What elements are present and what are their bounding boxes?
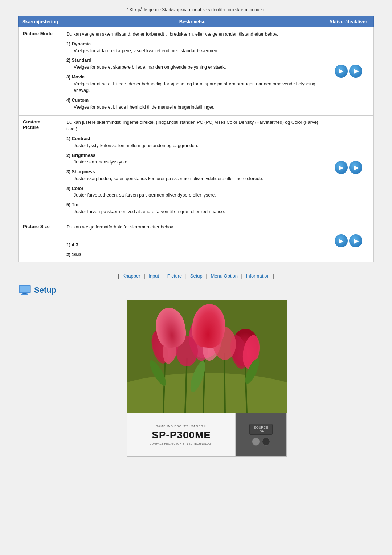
- play-arrow-left: ▶: [339, 164, 343, 171]
- play-button-right[interactable]: ▶: [349, 234, 362, 247]
- svg-rect-1: [20, 286, 30, 292]
- col-header-description: Beskrivelse: [62, 16, 323, 27]
- projector-brand-bottom: COMPACT PROJECTOR BY LED TECHNOLOGY: [150, 442, 213, 445]
- nav-separator: |: [206, 273, 207, 279]
- setup-title: Setup: [34, 285, 56, 295]
- projector-body: SAMSUNG POCKET IMAGER II SP-P300ME COMPA…: [127, 413, 287, 457]
- row-label-picture-size: Picture Size: [19, 220, 62, 262]
- col-header-activate: Aktiver/deaktiver: [323, 16, 374, 27]
- main-table: Skærmjustering Beskrivelse Aktiver/deakt…: [18, 16, 374, 262]
- nav-links: | Knapper | Input | Picture | Setup | Me…: [18, 273, 374, 279]
- play-button-left[interactable]: ▶: [335, 234, 348, 247]
- page-wrapper: * Klik på følgende Start/stopknap for at…: [18, 7, 374, 457]
- button-group: ▶ ▶: [327, 234, 369, 247]
- button-group: ▶ ▶: [327, 65, 369, 78]
- nav-link-knapper[interactable]: Knapper: [122, 273, 140, 279]
- table-row: Picture Size Du kan vælge formatforhold …: [19, 220, 374, 262]
- play-arrow-left: ▶: [339, 68, 343, 74]
- ctrl-btn-1[interactable]: [252, 438, 260, 446]
- nav-link-input[interactable]: Input: [148, 273, 159, 279]
- play-button-right[interactable]: ▶: [349, 65, 362, 78]
- nav-separator: |: [163, 273, 164, 279]
- play-arrow-left: ▶: [339, 238, 343, 244]
- row-desc-picture-mode: Du kan vælge en skærmtilstand, der er fo…: [62, 27, 323, 116]
- play-button-right[interactable]: ▶: [349, 161, 362, 174]
- nav-separator: |: [273, 273, 274, 279]
- nav-separator: |: [185, 273, 187, 279]
- svg-point-21: [176, 336, 198, 366]
- nav-link-picture[interactable]: Picture: [167, 273, 182, 279]
- tulip-image: [127, 300, 287, 413]
- table-row: Custom Picture Du kan justere skærmindst…: [19, 115, 374, 220]
- control-buttons: [252, 438, 270, 446]
- nav-link-setup[interactable]: Setup: [190, 273, 203, 279]
- play-button-left[interactable]: ▶: [335, 65, 348, 78]
- setup-icon: [18, 284, 31, 296]
- table-row: Picture Mode Du kan vælge en skærmtilsta…: [19, 27, 374, 116]
- projector-brand-top: SAMSUNG POCKET IMAGER II: [156, 425, 207, 428]
- nav-separator: |: [241, 273, 242, 279]
- setup-section: Setup: [18, 284, 374, 457]
- projector-left-panel: SAMSUNG POCKET IMAGER II SP-P300ME COMPA…: [127, 413, 236, 456]
- nav-link-menu-option[interactable]: Menu Option: [211, 273, 237, 279]
- row-label-custom-picture: Custom Picture: [19, 115, 62, 220]
- svg-rect-3: [23, 293, 26, 294]
- source-button[interactable]: SOURCE ESP: [249, 424, 273, 435]
- projector-right-panel: SOURCE ESP: [236, 413, 286, 456]
- row-buttons-picture-size: ▶ ▶: [323, 220, 374, 262]
- ctrl-btn-2[interactable]: [262, 438, 270, 446]
- row-buttons-custom-picture: ▶ ▶: [323, 115, 374, 220]
- row-buttons-picture-mode: ▶ ▶: [323, 27, 374, 116]
- setup-header: Setup: [18, 284, 374, 296]
- projector-container: SAMSUNG POCKET IMAGER II SP-P300ME COMPA…: [40, 300, 374, 457]
- projector-wrapper: SAMSUNG POCKET IMAGER II SP-P300ME COMPA…: [127, 300, 287, 457]
- svg-point-5: [127, 373, 287, 413]
- row-label-picture-mode: Picture Mode: [19, 27, 62, 116]
- play-arrow-right: ▶: [354, 164, 358, 171]
- play-button-left[interactable]: ▶: [335, 161, 348, 174]
- play-arrow-right: ▶: [354, 68, 358, 74]
- top-note: * Klik på følgende Start/stopknap for at…: [18, 7, 374, 12]
- row-desc-custom-picture: Du kan justere skærmindstillingerne dire…: [62, 115, 323, 220]
- svg-line-10: [224, 353, 225, 413]
- nav-separator: |: [118, 273, 119, 279]
- button-group: ▶ ▶: [327, 161, 369, 174]
- play-arrow-right: ▶: [354, 238, 358, 244]
- nav-link-information[interactable]: Information: [246, 273, 270, 279]
- svg-point-17: [196, 322, 207, 344]
- tulip-svg: [127, 300, 287, 413]
- nav-separator: |: [144, 273, 145, 279]
- projector-model: SP-P300ME: [152, 429, 211, 441]
- row-desc-picture-size: Du kan vælge formatforhold for skærmen e…: [62, 220, 323, 262]
- col-header-adjustment: Skærmjustering: [19, 16, 62, 27]
